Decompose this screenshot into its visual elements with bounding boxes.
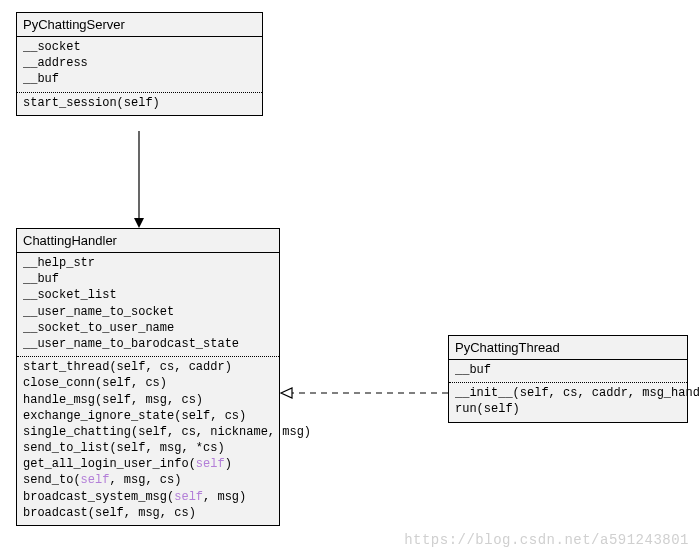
class-pychattingthread: PyChattingThread __buf __init__(self, cs… xyxy=(448,335,688,423)
method: start_thread(self, cs, caddr) xyxy=(23,359,273,375)
method: exchange_ignore_state(self, cs) xyxy=(23,408,273,424)
method: get_all_login_user_info(self) xyxy=(23,456,273,472)
attr: __socket_to_user_name xyxy=(23,320,273,336)
attr: __buf xyxy=(23,71,256,87)
method: start_session(self) xyxy=(23,95,256,111)
method: __init__(self, cs, caddr, msg_handler) xyxy=(455,385,681,401)
method: run(self) xyxy=(455,401,681,417)
method: send_to(self, msg, cs) xyxy=(23,472,273,488)
class-title: ChattingHandler xyxy=(17,229,279,253)
class-title: PyChattingThread xyxy=(449,336,687,360)
attr-section: __buf xyxy=(449,360,687,382)
watermark-text: https://blog.csdn.net/a591243801 xyxy=(404,532,689,548)
method: send_to_list(self, msg, *cs) xyxy=(23,440,273,456)
class-pychattingserver: PyChattingServer __socket __address __bu… xyxy=(16,12,263,116)
method: handle_msg(self, msg, cs) xyxy=(23,392,273,408)
attr: __user_name_to_barodcast_state xyxy=(23,336,273,352)
method-section: __init__(self, cs, caddr, msg_handler) r… xyxy=(449,382,687,421)
svg-marker-1 xyxy=(134,218,144,228)
attr: __buf xyxy=(23,271,273,287)
attr: __buf xyxy=(455,362,681,378)
attr: __help_str xyxy=(23,255,273,271)
svg-marker-3 xyxy=(281,388,292,398)
class-title: PyChattingServer xyxy=(17,13,262,37)
attr: __address xyxy=(23,55,256,71)
method: broadcast(self, msg, cs) xyxy=(23,505,273,521)
method-section: start_session(self) xyxy=(17,92,262,115)
attr: __socket xyxy=(23,39,256,55)
attr-section: __help_str __buf __socket_list __user_na… xyxy=(17,253,279,356)
class-chattinghandler: ChattingHandler __help_str __buf __socke… xyxy=(16,228,280,526)
method: single_chatting(self, cs, nickname, msg) xyxy=(23,424,273,440)
method: broadcast_system_msg(self, msg) xyxy=(23,489,273,505)
attr: __socket_list xyxy=(23,287,273,303)
method-section: start_thread(self, cs, caddr) close_conn… xyxy=(17,356,279,525)
attr: __user_name_to_socket xyxy=(23,304,273,320)
attr-section: __socket __address __buf xyxy=(17,37,262,92)
method: close_conn(self, cs) xyxy=(23,375,273,391)
